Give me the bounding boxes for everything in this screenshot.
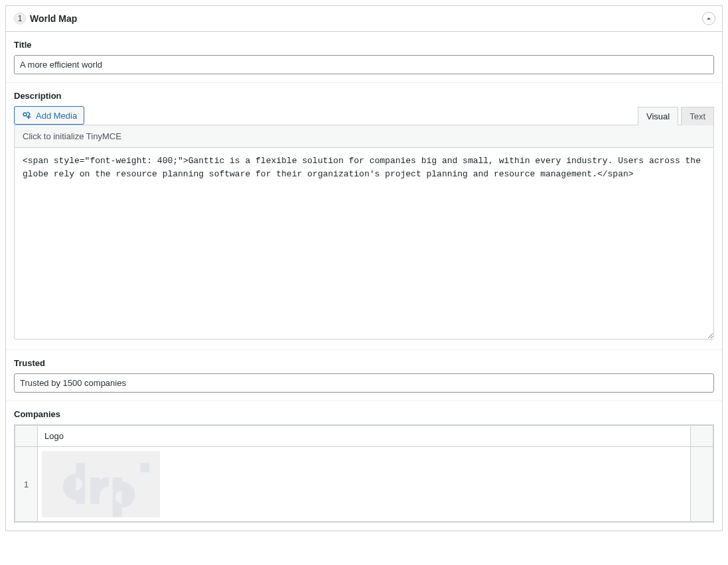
trusted-label: Trusted [14,358,714,368]
row-number[interactable]: 1 [15,447,38,522]
title-field-block: Title [6,32,722,83]
editor-tabs: Visual Text [638,107,714,125]
corner-cell [15,426,38,447]
title-label: Title [14,40,714,50]
tab-text[interactable]: Text [681,107,714,125]
title-input[interactable] [14,55,714,74]
trusted-field-block: Trusted [6,350,722,401]
caret-up-icon [706,16,711,21]
column-header-actions [691,426,713,447]
companies-label: Companies [14,409,714,419]
company-logo-icon [42,451,160,517]
panel-header[interactable]: 1 World Map [6,6,722,32]
panel-title: World Map [30,13,77,24]
companies-table-wrap: Logo 1 [14,424,714,523]
svg-point-0 [23,113,27,116]
logo-preview[interactable] [42,451,160,517]
column-header-logo: Logo [38,426,691,447]
panel-index-badge: 1 [14,13,26,25]
editor-top-bar: Add Media Visual Text [14,106,714,125]
description-label: Description [14,91,714,101]
logo-cell[interactable] [38,447,691,522]
description-textarea[interactable] [14,147,714,340]
trusted-input[interactable] [14,373,714,393]
row-actions[interactable] [691,447,713,522]
add-media-button[interactable]: Add Media [14,106,84,125]
collapse-toggle[interactable] [702,12,715,25]
world-map-panel: 1 World Map Title Description Add Media [5,5,723,531]
media-icon [21,110,32,121]
table-row[interactable]: 1 [15,447,713,522]
add-media-label: Add Media [36,111,77,121]
tab-visual[interactable]: Visual [638,107,678,125]
tinymce-init-hint[interactable]: Click to initialize TinyMCE [14,125,714,147]
companies-table: Logo 1 [15,425,713,522]
description-field-block: Description Add Media Visual Text Click … [6,83,722,350]
companies-field-block: Companies Logo 1 [6,401,722,531]
